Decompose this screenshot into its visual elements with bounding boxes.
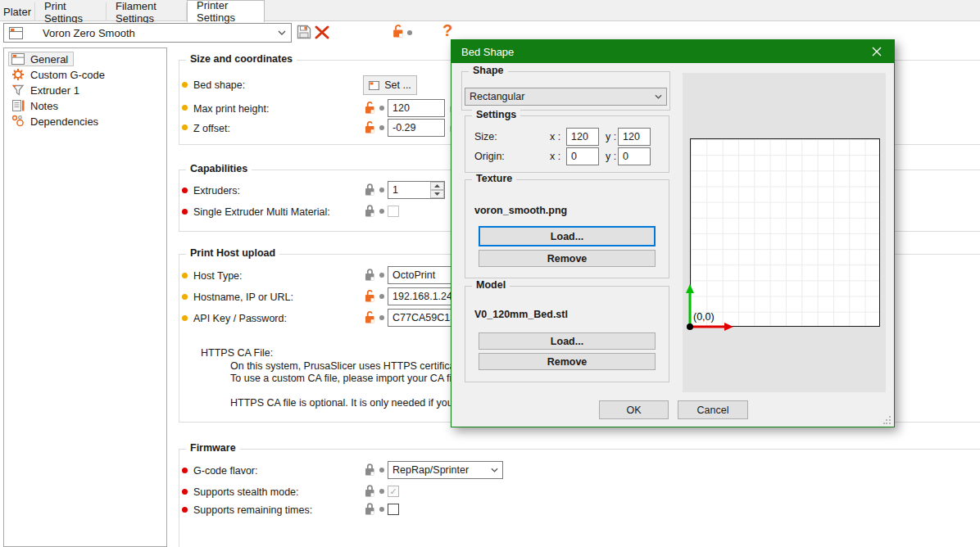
extruder-icon <box>11 84 25 97</box>
modified-bullet <box>182 315 188 321</box>
notes-icon <box>11 99 25 112</box>
stepper-up-button[interactable] <box>430 182 444 190</box>
stepper-buttons <box>430 182 444 198</box>
size-x-input[interactable]: 120 <box>566 128 599 146</box>
modified-bullet <box>182 273 188 278</box>
ok-button[interactable]: OK <box>599 400 669 419</box>
group-firmware: Firmware <box>179 449 980 547</box>
tab-filament-settings[interactable]: Filament Settings <box>107 2 187 21</box>
lock-closed-icon[interactable] <box>365 502 375 518</box>
dot-indicator <box>379 468 384 472</box>
dot-indicator <box>379 125 384 130</box>
preset-name: Voron Zero Smooth <box>29 27 271 39</box>
dialog-close-button[interactable] <box>860 40 894 63</box>
tab-plater[interactable]: Plater <box>0 2 35 21</box>
tab-print-settings[interactable]: Print Settings <box>35 2 107 21</box>
model-load-button[interactable]: Load... <box>479 332 656 350</box>
save-icon <box>297 25 311 39</box>
system-bullet <box>182 188 188 193</box>
z-offset-input[interactable]: -0.29 <box>388 119 445 137</box>
extruders-stepper[interactable]: 1 <box>388 181 445 199</box>
modified-bullet <box>182 294 188 300</box>
printer-icon <box>11 53 25 65</box>
size-y-input[interactable]: 120 <box>618 128 651 146</box>
bed-shape-set-button[interactable]: Set ... <box>363 75 417 95</box>
lock-closed-icon[interactable] <box>365 484 375 500</box>
sidebar-item-notes[interactable]: Notes <box>8 98 64 113</box>
remaining-times-label: Supports remaining times: <box>193 504 312 517</box>
x-label: x : <box>550 150 560 163</box>
max-print-height-label: Max print height: <box>193 102 269 115</box>
origin-x-input[interactable]: 0 <box>566 147 599 165</box>
save-preset-button[interactable] <box>297 25 311 42</box>
lock-closed-icon[interactable] <box>365 268 375 283</box>
lock-open-icon[interactable] <box>365 289 375 305</box>
https-ca-file-title: HTTPS CA File: <box>201 347 273 359</box>
y-label: y : <box>606 130 616 143</box>
api-key-label: API Key / Password: <box>193 312 287 325</box>
dot-indicator <box>379 294 384 299</box>
gcode-flavor-label: G-code flavor: <box>193 464 258 477</box>
lock-open-icon[interactable] <box>365 120 375 136</box>
hostname-label: Hostname, IP or URL: <box>193 291 293 304</box>
bed-axes <box>683 73 886 392</box>
help-icon[interactable]: ? <box>442 21 452 40</box>
system-bullet <box>182 507 188 513</box>
remaining-times-checkbox[interactable] <box>388 504 399 515</box>
dot-indicator <box>379 273 384 278</box>
system-bullet <box>182 489 188 495</box>
modified-bullet <box>182 124 188 130</box>
extruders-label: Extruders: <box>193 184 240 197</box>
max-print-height-input[interactable]: 120 <box>388 99 445 117</box>
lock-closed-icon[interactable] <box>365 183 375 198</box>
texture-load-button[interactable]: Load... <box>479 226 656 246</box>
dot-indicator <box>379 188 384 192</box>
lock-open-icon[interactable] <box>365 101 375 116</box>
toolbar-lock-button[interactable] <box>392 24 404 40</box>
sidebar-item-general[interactable]: General <box>8 52 74 66</box>
toolbar-dot-indicator <box>407 30 412 35</box>
chevron-down-icon <box>655 94 662 99</box>
lock-closed-icon[interactable] <box>365 204 375 219</box>
dot-indicator <box>379 106 384 111</box>
resize-grip[interactable] <box>883 416 892 424</box>
modified-bullet <box>182 82 188 88</box>
system-bullet <box>182 468 188 473</box>
dot-indicator <box>379 507 384 512</box>
stealth-mode-checkbox[interactable]: ✓ <box>388 486 399 497</box>
texture-remove-button[interactable]: Remove <box>479 250 656 267</box>
shape-select[interactable]: Rectangular <box>465 88 667 106</box>
system-bullet <box>182 209 188 215</box>
gcode-flavor-select[interactable]: RepRap/Sprinter <box>388 461 503 479</box>
semm-checkbox[interactable] <box>388 206 399 217</box>
sidebar-item-custom-gcode[interactable]: Custom G-code <box>8 67 111 82</box>
texture-filename: voron_smooth.png <box>474 204 567 217</box>
bed-shape-dialog: Bed Shape Shape Rectangular Settings Siz… <box>451 39 895 427</box>
close-icon <box>872 47 882 57</box>
stepper-down-button[interactable] <box>430 190 444 198</box>
lock-closed-icon[interactable] <box>365 463 375 478</box>
delete-preset-button[interactable] <box>314 25 330 42</box>
tab-printer-settings[interactable]: Printer Settings <box>187 0 265 22</box>
host-type-label: Host Type: <box>193 269 243 283</box>
printer-icon <box>9 27 23 39</box>
semm-label: Single Extruder Multi Material: <box>193 206 330 219</box>
delete-icon <box>314 25 330 39</box>
origin-y-input[interactable]: 0 <box>618 147 651 165</box>
bed-preview-panel: (0,0) <box>683 73 886 392</box>
dot-indicator <box>379 209 384 214</box>
model-filename: V0_120mm_Bed.stl <box>474 308 568 321</box>
sidebar-item-extruder-1[interactable]: Extruder 1 <box>8 83 85 97</box>
printer-preset-combobox[interactable]: Voron Zero Smooth <box>3 23 292 43</box>
bed-shape-label: Bed shape: <box>193 79 245 92</box>
model-remove-button[interactable]: Remove <box>479 353 656 370</box>
dialog-titlebar[interactable]: Bed Shape <box>451 40 894 63</box>
sidebar-item-dependencies[interactable]: Dependencies <box>8 114 104 129</box>
origin-label: Origin: <box>474 150 505 163</box>
dependencies-icon <box>11 115 25 128</box>
size-label: Size: <box>474 130 497 143</box>
dot-indicator <box>379 315 384 320</box>
lock-open-icon <box>392 24 404 38</box>
lock-open-icon[interactable] <box>365 310 375 326</box>
cancel-button[interactable]: Cancel <box>678 400 748 419</box>
